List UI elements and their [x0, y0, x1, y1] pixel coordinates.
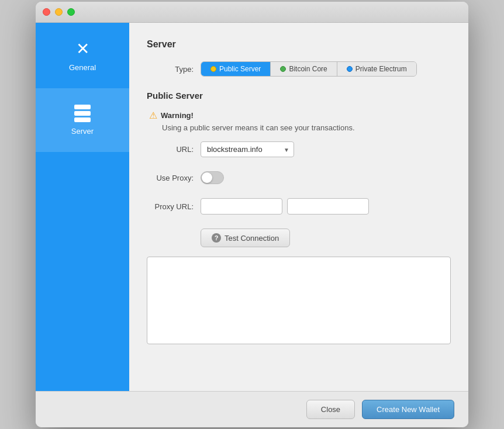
- proxy-host-input[interactable]: [201, 198, 282, 214]
- warning-row: ⚠ Warning!: [149, 110, 194, 121]
- main-content-area: Server Type: Public Server Bitcoin Core: [129, 23, 468, 391]
- public-server-dot: [210, 66, 216, 72]
- titlebar: [36, 2, 468, 23]
- warning-box: ⚠ Warning! Using a public server means i…: [147, 110, 451, 132]
- type-label: Type:: [147, 65, 194, 74]
- maximize-traffic-light[interactable]: [67, 8, 75, 16]
- sidebar: ✕ General Server: [36, 23, 129, 391]
- question-icon: ?: [212, 233, 221, 243]
- test-connection-button[interactable]: ? Test Connection: [201, 229, 290, 247]
- server-section-title: Server: [147, 39, 451, 50]
- sidebar-item-server-label: Server: [71, 127, 94, 136]
- type-private-electrum-button[interactable]: Private Electrum: [337, 62, 416, 76]
- warning-icon: ⚠: [149, 110, 157, 121]
- url-row: URL: blockstream.info ▼: [147, 141, 451, 157]
- use-proxy-row: Use Proxy:: [147, 171, 451, 184]
- main-window: ✕ General Server Server: [36, 2, 468, 427]
- bitcoin-core-dot: [280, 66, 286, 72]
- window-body: ✕ General Server Server: [36, 23, 468, 391]
- proxy-port-input[interactable]: [287, 198, 369, 214]
- sidebar-item-general[interactable]: ✕ General: [36, 23, 129, 88]
- proxy-url-row: Proxy URL:: [147, 198, 451, 214]
- type-public-server-button[interactable]: Public Server: [201, 62, 271, 76]
- test-connection-label: Test Connection: [225, 234, 279, 243]
- type-bitcoin-core-button[interactable]: Bitcoin Core: [271, 62, 337, 76]
- toggle-knob: [202, 172, 212, 183]
- minimize-traffic-light[interactable]: [55, 8, 63, 16]
- general-icon: ✕: [76, 39, 89, 58]
- sidebar-item-server[interactable]: Server: [36, 88, 129, 152]
- url-select-wrapper: blockstream.info ▼: [201, 141, 294, 157]
- close-button[interactable]: Close: [306, 400, 355, 419]
- use-proxy-toggle[interactable]: [201, 171, 224, 184]
- url-label: URL:: [147, 145, 194, 154]
- server-type-group: Public Server Bitcoin Core Private Elect…: [201, 61, 417, 77]
- type-row: Type: Public Server Bitcoin Core Private…: [147, 61, 451, 77]
- footer: Close Create New Wallet: [36, 391, 468, 427]
- subsection-title: Public Server: [147, 91, 451, 101]
- public-server-label: Public Server: [219, 65, 261, 73]
- use-proxy-label: Use Proxy:: [147, 174, 194, 182]
- private-electrum-dot: [347, 66, 353, 72]
- server-icon: [74, 105, 91, 122]
- proxy-inputs: [201, 198, 369, 214]
- url-select[interactable]: blockstream.info: [201, 141, 294, 157]
- output-area: [147, 257, 451, 344]
- close-traffic-light[interactable]: [43, 8, 50, 16]
- bitcoin-core-label: Bitcoin Core: [289, 65, 327, 73]
- create-new-wallet-button[interactable]: Create New Wallet: [362, 400, 454, 419]
- warning-title: Warning!: [161, 111, 194, 120]
- private-electrum-label: Private Electrum: [355, 65, 407, 73]
- proxy-url-label: Proxy URL:: [147, 202, 194, 211]
- sidebar-item-general-label: General: [69, 63, 96, 72]
- warning-text: Using a public server means it can see y…: [149, 123, 355, 132]
